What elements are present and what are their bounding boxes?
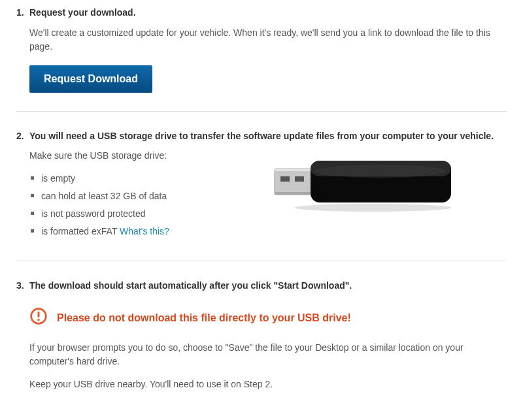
step-1-number: 1. (16, 7, 25, 20)
step-3-title: The download should start automatically … (29, 280, 352, 293)
step-2-number: 2. (16, 130, 25, 143)
divider (16, 261, 507, 261)
step-3-number: 3. (16, 280, 25, 293)
svg-point-7 (315, 165, 446, 178)
req-empty: is empty (29, 172, 206, 186)
svg-rect-3 (280, 176, 290, 182)
svg-rect-1 (275, 169, 314, 171)
step-2-intro: Make sure the USB storage drive: (29, 149, 206, 163)
svg-point-11 (37, 319, 40, 321)
step-1-description: We'll create a customized update for you… (29, 26, 507, 54)
svg-rect-2 (275, 192, 314, 195)
svg-rect-4 (295, 176, 304, 182)
req-password: is not password protected (29, 207, 206, 221)
usb-drive-image (226, 149, 507, 214)
usb-requirements-list: is empty can hold at least 32 GB of data… (29, 172, 206, 238)
req-format: is formatted exFAT What's this? (29, 225, 206, 238)
divider (16, 111, 507, 112)
step-3-para-1: If your browser prompts you to do so, ch… (29, 341, 507, 368)
step-2-title: You will need a USB storage drive to tra… (29, 130, 494, 143)
step-2: 2. You will need a USB storage drive to … (16, 130, 507, 243)
warning-text: Please do not download this file directl… (57, 310, 351, 326)
step-3-para-2: Keep your USB drive nearby. You'll need … (29, 378, 507, 391)
req-capacity: can hold at least 32 GB of data (29, 189, 206, 203)
request-download-button[interactable]: Request Download (29, 65, 152, 93)
whats-this-link[interactable]: What's this? (120, 226, 169, 236)
step-1: 1. Request your download. We'll create a… (16, 7, 507, 93)
instructions-list: 1. Request your download. We'll create a… (16, 7, 507, 420)
step-3: 3. The download should start automatical… (16, 280, 507, 420)
warning-row: Please do not download this file directl… (29, 307, 507, 329)
svg-rect-10 (38, 312, 40, 317)
svg-point-8 (294, 204, 451, 212)
step-1-title: Request your download. (29, 7, 136, 20)
warning-icon (29, 307, 48, 329)
